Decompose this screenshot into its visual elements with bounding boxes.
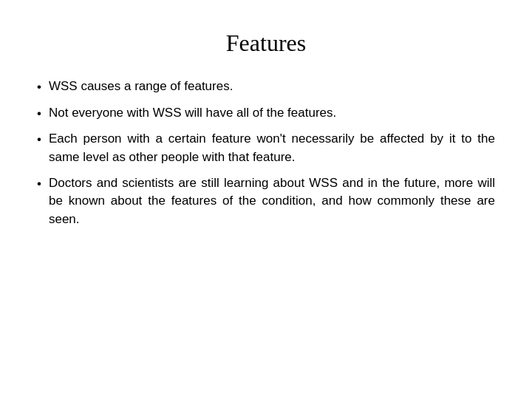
bullet-item-4: • Doctors and scientists are still learn…: [37, 174, 495, 229]
bullet-text-2: Not everyone with WSS will have all of t…: [49, 104, 495, 123]
slide-title: Features: [37, 30, 495, 57]
bullet-list: • WSS causes a range of features. • Not …: [37, 78, 495, 377]
bullet-text-4: Doctors and scientists are still learnin…: [49, 174, 495, 229]
bullet-item-3: • Each person with a certain feature won…: [37, 130, 495, 166]
bullet-text-1: WSS causes a range of features.: [49, 78, 495, 96]
bullet-marker-3: •: [37, 131, 41, 149]
bullet-marker-1: •: [37, 78, 41, 97]
bullet-marker-4: •: [37, 175, 41, 194]
bullet-text-3: Each person with a certain feature won't…: [49, 130, 495, 166]
bullet-item-1: • WSS causes a range of features.: [37, 78, 495, 97]
bullet-marker-2: •: [37, 105, 41, 123]
bullet-item-2: • Not everyone with WSS will have all of…: [37, 104, 495, 123]
slide: Features • WSS causes a range of feature…: [0, 0, 532, 399]
